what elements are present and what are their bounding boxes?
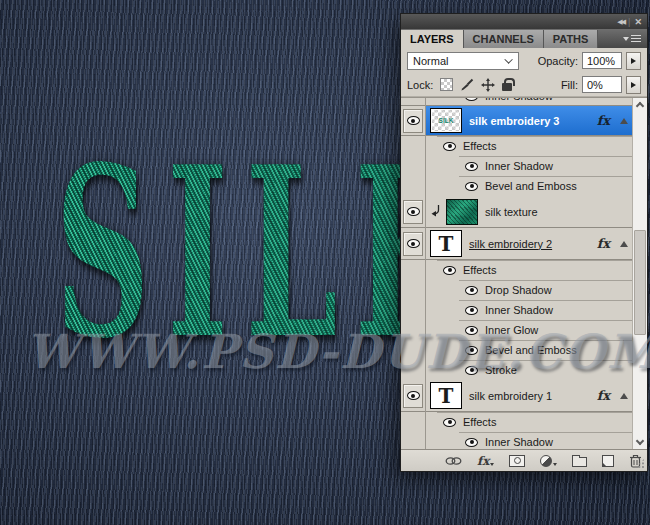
visibility-eye-icon[interactable]: [465, 306, 478, 315]
fx-badge-icon: fx: [597, 113, 610, 128]
layer-row-silk-embroidery-2[interactable]: T silk embroidery 2 fx: [401, 228, 632, 260]
new-layer-icon[interactable]: [602, 455, 614, 467]
effect-label: Inner Shadow: [485, 160, 553, 172]
effect-label: Inner Shadow: [485, 436, 553, 448]
fill-label: Fill:: [561, 79, 578, 91]
scrollbar[interactable]: [632, 98, 647, 449]
blend-mode-value: Normal: [413, 55, 448, 67]
effect-row-bevel-emboss[interactable]: Bevel and Emboss: [401, 176, 632, 196]
collapse-effects-icon[interactable]: [620, 241, 628, 247]
layer-row-body[interactable]: T silk embroidery 2 fx: [426, 228, 632, 259]
visibility-eye-icon[interactable]: [443, 418, 456, 427]
layer-thumbnail[interactable]: SILK: [430, 108, 462, 133]
menu-triangle-icon: [553, 463, 557, 466]
opacity-slider-button[interactable]: [626, 52, 641, 70]
visibility-cell: [401, 196, 425, 227]
tab-layers[interactable]: LAYERS: [401, 30, 464, 48]
layer-list: Inner Shadow SILK silk embroidery 3 fx: [401, 97, 647, 449]
effects-header-row[interactable]: Effects: [401, 412, 632, 432]
effect-label: Drop Shadow: [485, 284, 552, 296]
effect-row-inner-shadow[interactable]: Inner Shadow: [401, 156, 632, 176]
lock-position-icon[interactable]: [481, 78, 495, 92]
effect-row-bevel-emboss[interactable]: Bevel and Emboss: [401, 340, 632, 360]
layer-row-body[interactable]: SILK silk embroidery 3 fx: [426, 106, 632, 135]
effect-row-inner-shadow[interactable]: Inner Shadow: [401, 432, 632, 449]
lock-transparency-icon[interactable]: [440, 78, 453, 91]
layer-name[interactable]: silk texture: [485, 206, 538, 218]
eye-icon: [407, 116, 420, 125]
visibility-toggle[interactable]: [403, 109, 423, 133]
scroll-down-icon[interactable]: [636, 437, 644, 445]
visibility-eye-icon[interactable]: [465, 162, 478, 171]
layer-row-silk-texture[interactable]: silk texture: [401, 196, 632, 228]
text-layer-thumbnail[interactable]: T: [430, 230, 462, 257]
effects-header-row[interactable]: Effects: [401, 260, 632, 280]
visibility-eye-icon[interactable]: [465, 326, 478, 335]
visibility-toggle[interactable]: [403, 200, 423, 224]
tab-channels[interactable]: CHANNELS: [464, 30, 544, 48]
visibility-eye-icon[interactable]: [465, 286, 478, 295]
panel-titlebar: ◀◀ | ✕: [401, 14, 647, 29]
collapse-effects-icon[interactable]: [620, 393, 628, 399]
menu-lines-icon: [631, 35, 641, 43]
thumbnail-text: SILK: [439, 117, 454, 124]
lock-fill-row: Lock: Fill: 0%: [401, 73, 647, 97]
new-group-icon[interactable]: [572, 457, 587, 467]
layer-name[interactable]: silk embroidery 2: [469, 238, 552, 250]
layer-name[interactable]: silk embroidery 3: [469, 115, 560, 127]
layer-row-silk-embroidery-3[interactable]: SILK silk embroidery 3 fx: [401, 106, 632, 136]
new-adjustment-layer-icon[interactable]: [540, 455, 557, 467]
panel-bottom-toolbar: fx: [401, 449, 647, 471]
fx-glyph: fx: [477, 454, 489, 468]
clipped-effect-row: Inner Shadow: [401, 98, 632, 106]
tab-paths[interactable]: PATHS: [544, 30, 599, 48]
effects-header-label: Effects: [463, 140, 496, 152]
fx-badge-icon: fx: [597, 388, 610, 403]
visibility-toggle[interactable]: [403, 232, 423, 256]
panel-menu-icon[interactable]: [623, 35, 641, 43]
thumbnail-letter: T: [439, 232, 454, 256]
fill-slider-button[interactable]: [626, 76, 641, 94]
visibility-eye-icon[interactable]: [443, 142, 456, 151]
effect-row-stroke[interactable]: Stroke: [401, 360, 632, 380]
visibility-eye-icon[interactable]: [465, 182, 478, 191]
visibility-eye-icon[interactable]: [465, 438, 478, 447]
scroll-up-icon[interactable]: [636, 102, 644, 110]
effects-header-label: Effects: [463, 264, 496, 276]
effect-row[interactable]: Inner Shadow: [401, 98, 632, 106]
layer-thumbnail[interactable]: [446, 199, 478, 225]
arrow-right-icon: [631, 58, 636, 64]
opacity-input[interactable]: 100%: [582, 52, 622, 69]
collapse-effects-icon[interactable]: [620, 118, 628, 124]
visibility-eye-icon[interactable]: [465, 366, 478, 375]
text-layer-thumbnail[interactable]: T: [430, 382, 462, 409]
photoshop-canvas: SILK ◀◀ | ✕ LAYERS CHANNELS PATHS Normal…: [0, 0, 650, 525]
effect-row-inner-shadow[interactable]: Inner Shadow: [401, 300, 632, 320]
visibility-toggle[interactable]: [403, 384, 423, 408]
collapse-to-icons-icon[interactable]: ◀◀: [617, 18, 624, 26]
add-layer-style-icon[interactable]: fx: [477, 454, 494, 468]
effect-row-drop-shadow[interactable]: Drop Shadow: [401, 280, 632, 300]
effects-header-row[interactable]: Effects: [401, 136, 632, 156]
scrollbar-thumb[interactable]: [634, 230, 646, 335]
link-layers-icon[interactable]: [445, 456, 462, 466]
opacity-value: 100%: [587, 55, 615, 67]
layer-name[interactable]: silk embroidery 1: [469, 390, 552, 402]
visibility-eye-icon[interactable]: [465, 98, 478, 101]
close-icon[interactable]: ✕: [634, 17, 642, 27]
fill-input[interactable]: 0%: [582, 76, 622, 93]
arrow-right-icon: [631, 82, 636, 88]
titlebar-divider: |: [628, 17, 630, 27]
layer-row-body[interactable]: T silk embroidery 1 fx: [426, 380, 632, 411]
menu-triangle-icon: [623, 37, 629, 41]
lock-all-icon[interactable]: [502, 83, 512, 91]
visibility-eye-icon[interactable]: [443, 266, 456, 275]
layers-panel: ◀◀ | ✕ LAYERS CHANNELS PATHS Normal Opac…: [400, 13, 648, 472]
effect-row-inner-glow[interactable]: Inner Glow: [401, 320, 632, 340]
visibility-eye-icon[interactable]: [465, 346, 478, 355]
layer-row-body[interactable]: silk texture: [426, 196, 632, 227]
blend-mode-select[interactable]: Normal: [407, 52, 519, 70]
add-layer-mask-icon[interactable]: [509, 455, 525, 467]
layer-row-silk-embroidery-1[interactable]: T silk embroidery 1 fx: [401, 380, 632, 412]
lock-paint-icon[interactable]: [460, 78, 474, 92]
